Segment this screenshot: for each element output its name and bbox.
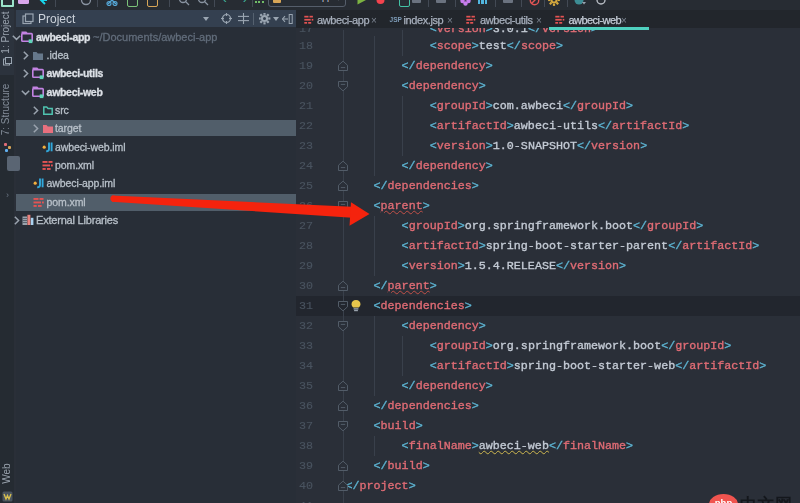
svg-text:php: php [715,497,733,503]
